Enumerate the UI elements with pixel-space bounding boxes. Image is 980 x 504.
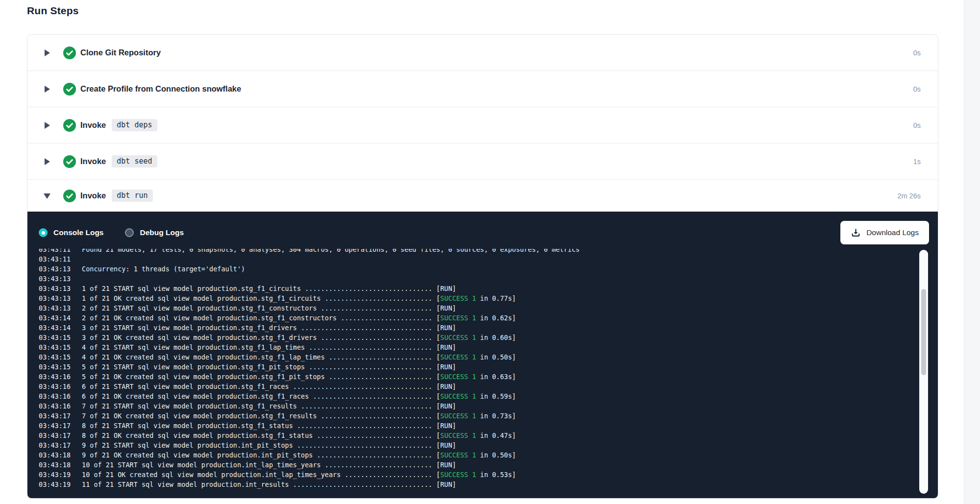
run-step-row-1[interactable]: Clone Git Repository0s — [27, 35, 938, 71]
run-step-row-4[interactable]: Invokedbt seed1s — [27, 143, 938, 179]
log-message: 3 of 21 OK created sql view model produc… — [82, 334, 441, 341]
log-timestamp: 03:43:16 — [39, 372, 82, 382]
log-message: Concurrency: 1 threads (target='default'… — [82, 265, 245, 273]
log-scrollbar-track[interactable] — [919, 250, 928, 494]
log-timestamp: 03:43:17 — [39, 440, 82, 450]
log-message: 9 of 21 START sql view model production.… — [82, 441, 456, 449]
log-message: 2 of 21 OK created sql view model produc… — [82, 314, 441, 322]
log-panel-header: Console Logs Debug Logs Download Logs — [27, 212, 938, 244]
log-line: 03:43:166 of 21 START sql view model pro… — [39, 382, 916, 391]
log-line: 03:43:131 of 21 START sql view model pro… — [39, 284, 916, 293]
step-duration: 0s — [913, 121, 921, 129]
console-logs-radio[interactable]: Console Logs — [39, 228, 103, 237]
step-duration: 0s — [913, 49, 921, 57]
run-step-row-2[interactable]: Create Profile from Connection snowflake… — [27, 71, 938, 107]
log-timestamp: 03:43:13 — [39, 293, 82, 303]
log-duration: in 0.62s] — [476, 314, 516, 322]
log-message: 11 of 21 START sql view model production… — [82, 480, 456, 488]
success-check-icon — [63, 47, 76, 59]
log-message: 6 of 21 OK created sql view model produc… — [82, 392, 441, 400]
page-title: Run Steps — [27, 5, 79, 17]
log-message: 4 of 21 START sql view model production.… — [82, 343, 456, 351]
log-scrollbar-thumb[interactable] — [921, 289, 926, 375]
log-line: 03:43:154 of 21 START sql view model pro… — [39, 342, 916, 352]
command-chip: dbt seed — [112, 155, 157, 168]
log-message: 8 of 21 START sql view model production.… — [82, 422, 456, 430]
step-label: Clone Git Repository — [80, 48, 161, 57]
caret-right-icon[interactable] — [44, 49, 50, 56]
debug-logs-radio[interactable]: Debug Logs — [125, 228, 184, 237]
run-steps-list: Clone Git Repository0sCreate Profile fro… — [27, 35, 938, 212]
caret-down-icon[interactable] — [44, 192, 50, 199]
log-line: 03:43:13 — [39, 274, 916, 284]
log-line: 03:43:132 of 21 START sql view model pro… — [39, 303, 916, 313]
log-line: 03:43:178 of 21 START sql view model pro… — [39, 421, 916, 431]
log-message: 6 of 21 START sql view model production.… — [82, 383, 456, 390]
caret-right-icon[interactable] — [44, 122, 50, 129]
caret-right-icon[interactable] — [44, 86, 50, 93]
command-chip: dbt deps — [112, 119, 157, 131]
log-message: 3 of 21 START sql view model production.… — [82, 324, 456, 332]
log-message: Found 21 models, 17 tests, 0 snapshots, … — [82, 249, 580, 253]
log-message: 1 of 21 START sql view model production.… — [82, 285, 456, 292]
log-success-status: SUCCESS 1 — [441, 373, 476, 381]
success-check-icon — [63, 119, 76, 132]
log-duration: in 0.47s] — [476, 432, 516, 439]
success-check-icon — [63, 155, 76, 168]
log-message: 9 of 21 OK created sql view model produc… — [82, 451, 441, 459]
step-duration: 1s — [913, 158, 921, 166]
log-line: 03:43:142 of 21 OK created sql view mode… — [39, 313, 916, 323]
console-log-output[interactable]: 03:43:11Found 21 models, 17 tests, 0 sna… — [27, 249, 916, 494]
log-success-status: SUCCESS 1 — [441, 451, 476, 459]
log-timestamp: 03:43:16 — [39, 382, 82, 391]
log-duration: in 0.63s] — [476, 373, 516, 381]
log-timestamp: 03:43:15 — [39, 352, 82, 362]
log-timestamp: 03:43:16 — [39, 391, 82, 401]
download-logs-button[interactable]: Download Logs — [840, 221, 929, 244]
log-timestamp: 03:43:11 — [39, 249, 82, 254]
download-icon — [851, 228, 861, 238]
log-timestamp: 03:43:13 — [39, 303, 82, 313]
log-line: 03:43:1810 of 21 START sql view model pr… — [39, 460, 916, 470]
log-success-status: SUCCESS 1 — [441, 471, 476, 479]
log-line: 03:43:166 of 21 OK created sql view mode… — [39, 391, 916, 401]
step-label: Create Profile from Connection snowflake — [80, 84, 241, 94]
log-message: 8 of 21 OK created sql view model produc… — [82, 432, 441, 439]
log-timestamp: 03:43:17 — [39, 421, 82, 431]
log-timestamp: 03:43:13 — [39, 264, 82, 274]
log-message: 1 of 21 OK created sql view model produc… — [82, 294, 441, 302]
log-timestamp: 03:43:19 — [39, 470, 82, 480]
log-line: 03:43:11Found 21 models, 17 tests, 0 sna… — [39, 249, 916, 254]
run-step-row-3[interactable]: Invokedbt deps0s — [27, 107, 938, 143]
log-timestamp: 03:43:13 — [39, 284, 82, 293]
log-timestamp: 03:43:15 — [39, 333, 82, 342]
run-step-row-5[interactable]: Invokedbt run2m 26s — [27, 179, 938, 212]
log-line: 03:43:165 of 21 OK created sql view mode… — [39, 372, 916, 382]
success-check-icon — [63, 190, 76, 202]
step-label: Invoke — [80, 120, 106, 130]
radio-unselected-icon — [125, 228, 134, 237]
log-line: 03:43:167 of 21 START sql view model pro… — [39, 401, 916, 411]
log-timestamp: 03:43:17 — [39, 411, 82, 421]
log-timestamp: 03:43:14 — [39, 323, 82, 333]
log-message: 4 of 21 OK created sql view model produc… — [82, 353, 441, 361]
log-line: 03:43:11 — [39, 254, 916, 264]
log-duration: in 0.50s] — [476, 353, 516, 361]
command-chip: dbt run — [112, 190, 152, 202]
download-logs-label: Download Logs — [866, 228, 919, 237]
caret-right-icon[interactable] — [44, 158, 50, 165]
log-success-status: SUCCESS 1 — [441, 294, 476, 302]
page-right-gutter — [964, 0, 980, 504]
log-line: 03:43:154 of 21 OK created sql view mode… — [39, 352, 916, 362]
log-line: 03:43:189 of 21 OK created sql view mode… — [39, 450, 916, 460]
log-timestamp: 03:43:11 — [39, 254, 82, 264]
log-duration: in 0.59s] — [476, 392, 516, 400]
log-success-status: SUCCESS 1 — [441, 412, 476, 420]
log-message: 7 of 21 START sql view model production.… — [82, 402, 456, 410]
log-duration: in 0.73s] — [476, 412, 516, 420]
log-duration: in 0.53s] — [476, 471, 516, 479]
log-line: 03:43:177 of 21 OK created sql view mode… — [39, 411, 916, 421]
debug-logs-label: Debug Logs — [140, 228, 184, 237]
log-line: 03:43:178 of 21 OK created sql view mode… — [39, 431, 916, 440]
log-message: 10 of 21 OK created sql view model produ… — [82, 471, 441, 479]
